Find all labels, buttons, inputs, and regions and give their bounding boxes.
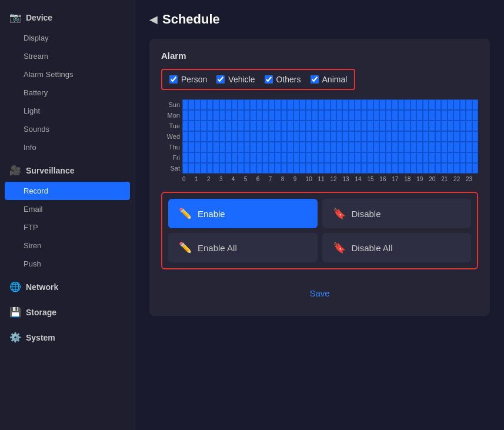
grid-cell[interactable] xyxy=(336,152,342,163)
grid-cell[interactable] xyxy=(453,131,459,142)
grid-cell[interactable] xyxy=(416,110,422,121)
checkbox-person-input[interactable] xyxy=(169,75,178,84)
grid-cell[interactable] xyxy=(232,99,238,110)
sidebar-section-header-device[interactable]: 📷 Device xyxy=(0,6,135,29)
grid-cell[interactable] xyxy=(299,163,305,174)
grid-cell[interactable] xyxy=(392,110,398,121)
grid-cell[interactable] xyxy=(244,163,250,174)
grid-cell[interactable] xyxy=(398,110,404,121)
grid-cell[interactable] xyxy=(435,152,441,163)
grid-cell[interactable] xyxy=(306,152,312,163)
grid-cell[interactable] xyxy=(287,110,293,121)
grid-cell[interactable] xyxy=(293,163,299,174)
grid-cell[interactable] xyxy=(281,163,287,174)
grid-cell[interactable] xyxy=(275,99,281,110)
grid-cell[interactable] xyxy=(448,110,453,121)
grid-cell[interactable] xyxy=(349,121,355,131)
grid-cell[interactable] xyxy=(429,152,435,163)
grid-cell[interactable] xyxy=(379,152,385,163)
grid-cell[interactable] xyxy=(275,110,281,121)
sidebar-item-record[interactable]: Record xyxy=(5,182,130,200)
grid-cell[interactable] xyxy=(460,142,466,152)
grid-cell[interactable] xyxy=(429,121,435,131)
grid-cell[interactable] xyxy=(324,142,330,152)
grid-cell[interactable] xyxy=(460,121,466,131)
grid-cell[interactable] xyxy=(182,131,188,142)
grid-cell[interactable] xyxy=(238,163,243,174)
grid-cell[interactable] xyxy=(361,110,367,121)
grid-cell[interactable] xyxy=(318,110,324,121)
grid-cell[interactable] xyxy=(318,152,324,163)
grid-cell[interactable] xyxy=(256,121,262,131)
grid-cell[interactable] xyxy=(416,163,422,174)
grid-cell[interactable] xyxy=(182,121,188,131)
grid-cell[interactable] xyxy=(256,163,262,174)
grid-cell[interactable] xyxy=(435,131,441,142)
grid-cell[interactable] xyxy=(331,131,336,142)
grid-cell[interactable] xyxy=(188,142,194,152)
grid-cell[interactable] xyxy=(410,110,416,121)
grid-cell[interactable] xyxy=(201,99,206,110)
grid-cell[interactable] xyxy=(429,142,435,152)
grid-cell[interactable] xyxy=(429,99,435,110)
grid-cell[interactable] xyxy=(448,121,453,131)
grid-cell[interactable] xyxy=(262,142,268,152)
grid-cell[interactable] xyxy=(416,152,422,163)
grid-cell[interactable] xyxy=(448,152,453,163)
grid-cell[interactable] xyxy=(182,110,188,121)
grid-cell[interactable] xyxy=(293,99,299,110)
grid-cell[interactable] xyxy=(460,131,466,142)
grid-cell[interactable] xyxy=(238,142,243,152)
grid-cell[interactable] xyxy=(472,152,478,163)
grid-cell[interactable] xyxy=(195,110,201,121)
grid-cell[interactable] xyxy=(269,131,275,142)
checkbox-animal[interactable]: Animal xyxy=(311,75,348,84)
grid-cell[interactable] xyxy=(355,163,361,174)
back-button[interactable]: ◀ xyxy=(149,13,158,26)
grid-cell[interactable] xyxy=(423,99,429,110)
grid-cell[interactable] xyxy=(331,99,336,110)
grid-cell[interactable] xyxy=(269,121,275,131)
grid-cell[interactable] xyxy=(219,99,225,110)
grid-cell[interactable] xyxy=(331,163,336,174)
grid-cell[interactable] xyxy=(306,163,312,174)
grid-cell[interactable] xyxy=(379,142,385,152)
grid-cell[interactable] xyxy=(355,142,361,152)
grid-cell[interactable] xyxy=(262,152,268,163)
grid-cell[interactable] xyxy=(269,163,275,174)
grid-cell[interactable] xyxy=(416,99,422,110)
grid-cell[interactable] xyxy=(441,152,447,163)
grid-cell[interactable] xyxy=(379,131,385,142)
grid-cell[interactable] xyxy=(404,163,410,174)
grid-cell[interactable] xyxy=(195,142,201,152)
grid-cell[interactable] xyxy=(404,142,410,152)
sidebar-item-ftp[interactable]: FTP xyxy=(0,218,135,236)
grid-cell[interactable] xyxy=(361,152,367,163)
grid-cell[interactable] xyxy=(312,152,318,163)
grid-cell[interactable] xyxy=(435,121,441,131)
grid-cell[interactable] xyxy=(225,121,231,131)
save-button[interactable]: Save xyxy=(295,285,343,302)
sidebar-item-light[interactable]: Light xyxy=(0,102,135,120)
grid-cell[interactable] xyxy=(392,121,398,131)
grid-cell[interactable] xyxy=(287,142,293,152)
grid-cell[interactable] xyxy=(410,142,416,152)
grid-cell[interactable] xyxy=(386,110,392,121)
grid-cell[interactable] xyxy=(195,152,201,163)
grid-cell[interactable] xyxy=(398,131,404,142)
grid-cell[interactable] xyxy=(324,110,330,121)
grid-cell[interactable] xyxy=(188,99,194,110)
grid-cell[interactable] xyxy=(244,99,250,110)
grid-cell[interactable] xyxy=(453,121,459,131)
grid-cell[interactable] xyxy=(416,131,422,142)
grid-cell[interactable] xyxy=(281,99,287,110)
grid-cell[interactable] xyxy=(404,152,410,163)
grid-cell[interactable] xyxy=(293,142,299,152)
grid-cell[interactable] xyxy=(355,121,361,131)
grid-cell[interactable] xyxy=(336,131,342,142)
grid-cell[interactable] xyxy=(312,99,318,110)
sidebar-section-header-surveillance[interactable]: 🎥 Surveillance xyxy=(0,159,135,182)
grid-cell[interactable] xyxy=(460,110,466,121)
grid-cell[interactable] xyxy=(429,110,435,121)
grid-cell[interactable] xyxy=(250,121,256,131)
